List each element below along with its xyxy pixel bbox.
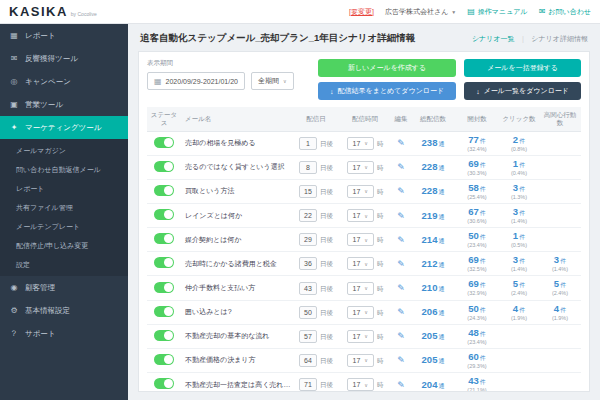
opens-rate: (25.4%)	[457, 194, 497, 201]
mail-name[interactable]: 売るのではなく貸すという選択	[185, 163, 285, 170]
sidebar-subitem-2[interactable]: レポート	[0, 179, 128, 198]
create-mail-button-label: 新しいメールを作成する	[348, 63, 426, 73]
status-toggle[interactable]	[154, 378, 174, 389]
period-select[interactable]: 全期間 ∨	[251, 72, 294, 90]
send-day-input[interactable]: 15	[299, 185, 317, 198]
sidebar-subitem-3[interactable]: 共有ファイル管理	[0, 198, 128, 217]
send-day-input[interactable]: 29	[299, 233, 317, 246]
edit-icon[interactable]: ✎	[397, 186, 405, 196]
sidebar-subitem-0[interactable]: メールマガジン	[0, 141, 128, 160]
edit-icon[interactable]: ✎	[397, 331, 405, 341]
sidebar-item-3[interactable]: ▣ 営業ツール	[0, 93, 128, 116]
send-time-select[interactable]: 17∨	[347, 282, 374, 295]
manual-link[interactable]: ▤ 操作マニュアル	[467, 7, 527, 17]
download-list-button[interactable]: ↓ メール一覧をダウンロード	[464, 82, 581, 100]
send-day-input[interactable]: 43	[299, 282, 317, 295]
edit-icon[interactable]: ✎	[397, 211, 405, 221]
sidebar-subitem-1[interactable]: 問い合わせ自動返信メール	[0, 160, 128, 179]
sidebar-lower-item-0[interactable]: ◉ 顧客管理	[0, 276, 128, 299]
mail-name[interactable]: 媒介契約とは何か	[185, 236, 242, 243]
sidebar-subnav: メールマガジン 問い合わせ自動返信メール レポート 共有ファイル管理 メールテン…	[0, 139, 128, 276]
breadcrumb: シナリオ一覧 ｜ シナリオ詳細情報	[472, 34, 588, 44]
edit-icon[interactable]: ✎	[397, 259, 405, 269]
send-time-select[interactable]: 17∨	[347, 378, 374, 391]
mail-name[interactable]: 不動産価格の決まり方	[185, 356, 256, 363]
chevron-down-icon: ∨	[364, 164, 368, 170]
sent-unit: 通	[438, 286, 444, 292]
hour-suffix: 時	[377, 357, 384, 364]
edit-icon[interactable]: ✎	[397, 355, 405, 365]
account-menu[interactable]: 広告学株式会社さん ▼	[385, 7, 456, 17]
status-toggle[interactable]	[154, 137, 174, 148]
send-time-select[interactable]: 17∨	[347, 233, 374, 246]
opens-rate: (21.1%)	[457, 387, 497, 392]
column-header-2: 配信日	[293, 107, 339, 131]
send-day-input[interactable]: 1	[299, 137, 317, 150]
status-toggle[interactable]	[154, 233, 174, 244]
sidebar-subitem-5[interactable]: 配信停止/申し込み変更	[0, 236, 128, 255]
send-day-input[interactable]: 22	[299, 209, 317, 222]
status-toggle[interactable]	[154, 282, 174, 293]
create-mail-button[interactable]: 新しいメールを作成する	[318, 59, 456, 77]
send-time-select[interactable]: 17∨	[347, 330, 374, 343]
mail-name[interactable]: 囲い込みとは?	[185, 308, 232, 315]
status-toggle[interactable]	[154, 306, 174, 317]
send-time-select[interactable]: 17∨	[347, 185, 374, 198]
status-toggle[interactable]	[154, 185, 174, 196]
opens-unit: 件	[480, 258, 486, 264]
sidebar-lower-item-2[interactable]: ？ サポート	[0, 322, 128, 345]
mail-name[interactable]: 不動産売却の基本的な流れ	[185, 332, 270, 339]
download-results-button[interactable]: ↓ 配信結果をまとめてダウンロード	[318, 82, 456, 100]
send-day-input[interactable]: 36	[299, 257, 317, 270]
sidebar-item-2[interactable]: ◎ キャンペーン	[0, 70, 128, 93]
send-time-select[interactable]: 17∨	[347, 257, 374, 270]
contact-link[interactable]: ✉ お問い合わせ	[539, 7, 591, 17]
edit-icon[interactable]: ✎	[397, 307, 405, 317]
scenario-list-link[interactable]: シナリオ一覧	[472, 35, 515, 42]
status-toggle[interactable]	[154, 354, 174, 365]
send-time-select[interactable]: 17∨	[347, 137, 374, 150]
mail-name[interactable]: 買取という方法	[185, 187, 235, 194]
sidebar-subitem-4[interactable]: メールテンプレート	[0, 217, 128, 236]
sidebar-subitem-label: レポート	[16, 184, 45, 194]
mail-name[interactable]: レインズとは何か	[185, 212, 242, 219]
send-day-input[interactable]: 8	[299, 161, 317, 174]
sidebar-item-1[interactable]: ✉ 反響獲得ツール	[0, 47, 128, 70]
sidebar-subitem-6[interactable]: 設定	[0, 255, 128, 274]
sidebar-item-4[interactable]: ✦ マーケティングツール	[0, 116, 128, 139]
edit-icon[interactable]: ✎	[397, 235, 405, 245]
edit-icon[interactable]: ✎	[397, 380, 405, 390]
send-day-input[interactable]: 64	[299, 354, 317, 367]
send-day-input[interactable]: 57	[299, 330, 317, 343]
sidebar-item-label: 基本情報設定	[25, 306, 70, 316]
edit-icon[interactable]: ✎	[397, 162, 405, 172]
send-time-select[interactable]: 17∨	[347, 354, 374, 367]
edit-icon[interactable]: ✎	[397, 283, 405, 293]
status-toggle[interactable]	[154, 209, 174, 220]
mail-name[interactable]: 売却時にかかる諸費用と税金	[185, 260, 277, 267]
mail-name[interactable]: 不動産売却一括査定は高く売れるのか	[185, 381, 293, 388]
status-toggle[interactable]	[154, 161, 174, 172]
sidebar-lower-item-1[interactable]: ⚙ 基本情報設定	[0, 299, 128, 322]
calendar-icon: ▦	[154, 77, 162, 86]
send-time-select[interactable]: 17∨	[347, 209, 374, 222]
bulk-register-button[interactable]: メールを一括登録する	[464, 59, 581, 77]
campaign-icon: ◎	[9, 77, 19, 86]
mail-name[interactable]: 売却の相場を見極める	[185, 139, 256, 146]
send-time-select[interactable]: 17∨	[347, 161, 374, 174]
download-icon: ↓	[476, 88, 480, 95]
send-time-select[interactable]: 17∨	[347, 306, 374, 319]
date-range-picker[interactable]: ▦ 2020/09/29-2021/01/20	[147, 72, 245, 90]
status-toggle[interactable]	[154, 257, 174, 268]
hour-suffix: 時	[377, 381, 384, 388]
status-toggle[interactable]	[154, 330, 174, 341]
send-day-input[interactable]: 50	[299, 306, 317, 319]
change-required-link[interactable]: [要変更]	[349, 7, 374, 17]
toggle-knob	[164, 307, 173, 316]
mail-name[interactable]: 仲介手数料と支払い方	[185, 284, 255, 291]
days-suffix: 日後	[320, 357, 333, 364]
send-day-input[interactable]: 71	[299, 378, 317, 391]
sidebar-item-0[interactable]: ▦ レポート	[0, 24, 128, 47]
edit-icon[interactable]: ✎	[397, 138, 405, 148]
sent-count: 205	[422, 354, 438, 365]
